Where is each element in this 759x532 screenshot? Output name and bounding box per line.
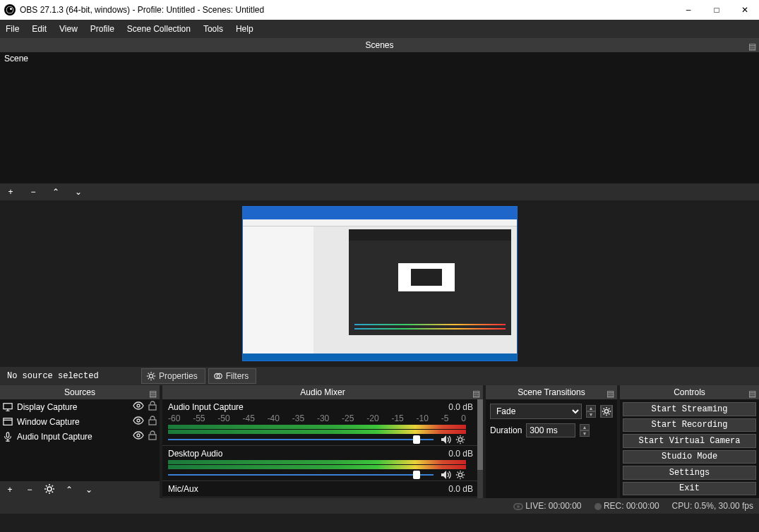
scene-item[interactable]: Scene xyxy=(0,52,759,65)
transition-type-select[interactable]: Fade xyxy=(490,404,582,419)
volume-slider[interactable] xyxy=(168,437,466,442)
visibility-toggle-icon[interactable] xyxy=(133,416,144,427)
window-icon xyxy=(3,417,13,427)
svg-point-1 xyxy=(7,7,13,13)
preview-area[interactable] xyxy=(0,200,759,367)
audio-mixer-dock: Audio Mixer▤ Audio Input Capture0.0 dB-6… xyxy=(162,385,483,498)
gear-icon xyxy=(146,371,156,381)
visibility-toggle-icon[interactable] xyxy=(133,401,144,412)
svg-point-3 xyxy=(149,374,153,377)
properties-button[interactable]: Properties xyxy=(141,368,205,384)
mixer-channel: Desktop Audio0.0 dB xyxy=(162,446,483,481)
lock-toggle-icon[interactable] xyxy=(148,430,157,442)
svg-point-16 xyxy=(458,437,462,441)
source-add-button[interactable]: + xyxy=(4,485,16,495)
source-settings-button[interactable] xyxy=(44,483,55,497)
controls-title: Controls xyxy=(674,387,705,397)
source-move-up-button[interactable]: ⌃ xyxy=(64,485,75,495)
svg-point-7 xyxy=(137,404,140,407)
svg-rect-6 xyxy=(4,403,12,409)
svg-point-2 xyxy=(10,8,12,10)
maximize-button[interactable]: □ xyxy=(703,0,731,20)
transition-spin[interactable]: ▴▾ xyxy=(586,405,596,418)
channel-settings-icon[interactable] xyxy=(455,434,466,445)
source-remove-button[interactable]: − xyxy=(24,485,35,495)
svg-rect-11 xyxy=(149,420,156,425)
window-titlebar: OBS 27.1.3 (64-bit, windows) - Profile: … xyxy=(0,0,759,20)
scenes-panel-header: Scenes ▤ xyxy=(0,38,759,52)
source-row[interactable]: Display Capture xyxy=(0,399,160,414)
mixer-popout-icon[interactable]: ▤ xyxy=(472,387,480,401)
speaker-icon[interactable] xyxy=(441,469,452,480)
channel-db: 0.0 dB xyxy=(448,449,473,459)
lock-toggle-icon[interactable] xyxy=(148,416,157,428)
sources-list[interactable]: Display CaptureWindow CaptureAudio Input… xyxy=(0,399,160,481)
channel-db: 0.0 dB xyxy=(448,402,473,412)
transition-duration-label: Duration xyxy=(490,425,522,435)
menu-edit[interactable]: Edit xyxy=(32,24,47,34)
start-streaming-button[interactable]: Start Streaming xyxy=(623,402,756,416)
visibility-toggle-icon[interactable] xyxy=(133,431,144,442)
mixer-title: Audio Mixer xyxy=(300,387,345,397)
filters-button[interactable]: Filters xyxy=(208,368,257,384)
scenes-list[interactable]: Scene xyxy=(0,52,759,183)
menu-scene-collection[interactable]: Scene Collection xyxy=(127,24,191,34)
sources-title: Sources xyxy=(64,387,95,397)
lock-toggle-icon[interactable] xyxy=(148,401,157,413)
transitions-popout-icon[interactable]: ▤ xyxy=(606,387,614,401)
scene-add-button[interactable]: + xyxy=(4,187,17,197)
sources-toolbar: + − ⌃ ⌄ xyxy=(0,481,160,498)
channel-name: Mic/Aux xyxy=(168,484,448,494)
source-row[interactable]: Audio Input Capture xyxy=(0,429,160,444)
studio-mode-button[interactable]: Studio Mode xyxy=(623,450,756,464)
menu-view[interactable]: View xyxy=(59,24,78,34)
controls-popout-icon[interactable]: ▤ xyxy=(748,387,756,401)
mixer-channel: Mic/Aux0.0 dB xyxy=(162,481,483,497)
cpu-status: CPU: 0.5%, 30.00 fps xyxy=(672,501,753,511)
menu-tools[interactable]: Tools xyxy=(203,24,223,34)
scene-move-up-button[interactable]: ⌃ xyxy=(49,187,62,197)
window-title: OBS 27.1.3 (64-bit, windows) - Profile: … xyxy=(20,5,674,15)
start-virtual-camera-button[interactable]: Start Virtual Camera xyxy=(623,434,756,448)
menu-profile[interactable]: Profile xyxy=(90,24,114,34)
svg-rect-12 xyxy=(6,432,9,437)
svg-point-17 xyxy=(458,473,462,476)
duration-spin[interactable]: ▴▾ xyxy=(580,424,590,437)
scene-remove-button[interactable]: − xyxy=(27,187,40,197)
transition-duration-input[interactable] xyxy=(526,423,575,437)
preview-capture-content xyxy=(242,206,518,361)
volume-slider[interactable] xyxy=(168,472,466,478)
live-indicator-icon xyxy=(513,503,523,510)
mixer-scrollbar[interactable] xyxy=(477,399,483,498)
source-row[interactable]: Window Capture xyxy=(0,414,160,429)
controls-dock: Controls▤ Start StreamingStart Recording… xyxy=(620,385,759,498)
monitor-icon xyxy=(3,402,13,412)
settings-button[interactable]: Settings xyxy=(623,466,756,480)
channel-settings-icon[interactable] xyxy=(455,469,466,480)
transitions-title: Scene Transitions xyxy=(518,387,585,397)
scenes-popout-icon[interactable]: ▤ xyxy=(748,40,756,54)
source-name: Window Capture xyxy=(17,417,129,427)
source-name: Display Capture xyxy=(17,402,129,412)
sources-popout-icon[interactable]: ▤ xyxy=(149,387,157,401)
transition-settings-button[interactable] xyxy=(600,405,613,418)
menu-file[interactable]: File xyxy=(6,24,19,34)
level-meter xyxy=(168,430,466,434)
channel-name: Audio Input Capture xyxy=(168,402,448,412)
live-status: LIVE: 00:00:00 xyxy=(525,501,581,511)
minimize-button[interactable]: – xyxy=(674,0,703,20)
close-button[interactable]: ✕ xyxy=(731,0,759,20)
source-move-down-button[interactable]: ⌄ xyxy=(83,485,95,495)
rec-status: REC: 00:00:00 xyxy=(604,501,659,511)
exit-button[interactable]: Exit xyxy=(623,482,756,496)
svg-rect-14 xyxy=(149,435,156,440)
scene-move-down-button[interactable]: ⌄ xyxy=(72,187,85,197)
start-recording-button[interactable]: Start Recording xyxy=(623,418,756,433)
speaker-icon[interactable] xyxy=(441,434,452,445)
mixer-channel: Audio Input Capture0.0 dB-60-55-50-45-40… xyxy=(162,399,483,446)
level-meter xyxy=(168,465,466,469)
scenes-toolbar: + − ⌃ ⌄ xyxy=(0,183,759,200)
menu-help[interactable]: Help xyxy=(236,24,253,34)
channel-db: 0.0 dB xyxy=(448,484,473,494)
mic-icon xyxy=(3,432,13,442)
